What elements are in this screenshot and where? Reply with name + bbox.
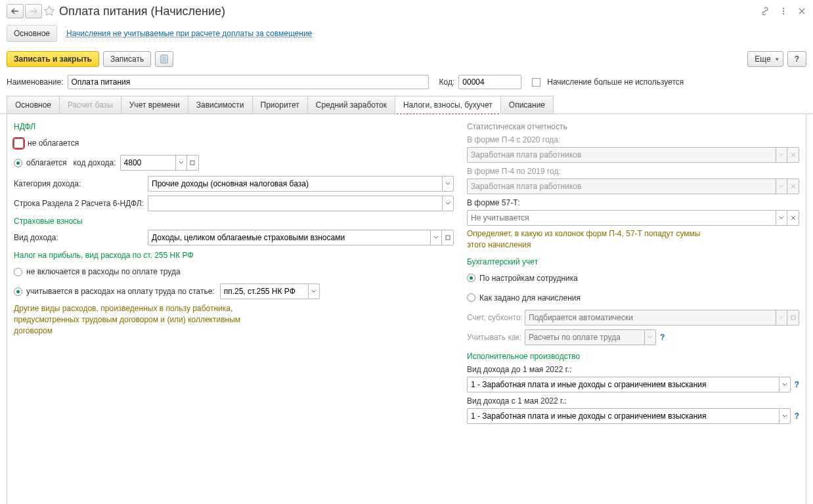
not-used-label: Начисление больше не используется [547,77,684,87]
more-vertical-icon[interactable] [779,7,788,16]
income-before-dropdown[interactable] [779,377,791,392]
p4-2020-clear [787,147,799,163]
nav-link-accruals[interactable]: Начисления не учитываемые при расчете до… [66,29,312,38]
not-used-checkbox[interactable] [532,78,540,87]
income-after-input[interactable] [467,408,779,424]
tabs: Основное Расчет базы Учет времени Зависи… [0,96,813,114]
close-icon[interactable] [797,7,806,16]
insurance-section-title: Страховые взносы [14,217,454,226]
included-label: учитывается в расходах на оплату труда п… [26,287,215,296]
expand-icon [791,315,796,320]
nav-back-button[interactable] [7,4,24,18]
chevron-down-icon [779,153,784,157]
ndfl-not-taxed-radio[interactable] [14,138,24,148]
chevron-down-icon [779,184,784,188]
chevron-down-icon [782,414,787,418]
not-included-label: не включается в расходы по оплате труда [26,267,181,276]
article-input[interactable] [220,284,308,299]
income-category-label: Категория дохода: [14,179,148,188]
included-radio[interactable] [14,287,22,296]
favorite-star-icon[interactable] [43,5,55,17]
income-category-input[interactable] [148,176,442,192]
chevron-down-icon [648,335,653,339]
nav-forward-button[interactable] [25,4,42,18]
help-button[interactable]: ? [787,51,806,67]
income-after-label: Вид дохода с 1 мая 2022 г.: [467,396,799,406]
right-column: Статистическая отчетность В форме П-4 с … [467,122,799,496]
t57-input[interactable] [467,210,776,226]
expand-icon [190,160,195,165]
income-code-input[interactable] [120,155,175,171]
chevron-down-icon [779,216,784,220]
income-after-help[interactable]: ? [795,411,799,421]
svg-point-2 [783,13,784,14]
income-code-open[interactable] [187,155,199,171]
income-after-dropdown[interactable] [779,408,791,424]
ndfl-taxed-radio[interactable] [14,159,22,167]
stat-note: Определяет, в какую из колонок форм П-4,… [467,228,703,251]
tab-desc[interactable]: Описание [500,96,554,114]
treat-as-help[interactable]: ? [660,333,665,342]
tab-main[interactable]: Основное [7,96,60,114]
income-type-dropdown[interactable] [430,230,442,245]
report-button[interactable] [155,51,173,67]
chevron-down-icon [445,182,450,186]
tab-avg[interactable]: Средний заработок [307,96,395,114]
account-input [525,310,776,326]
income-before-input[interactable] [467,377,779,392]
save-button[interactable]: Записать [103,51,151,67]
nav-link-main[interactable]: Основное [7,25,57,42]
tab-taxes[interactable]: Налоги, взносы, бухучет [395,96,501,114]
tab-base[interactable]: Расчет базы [59,96,121,114]
income-category-dropdown[interactable] [442,176,454,192]
tab-deps[interactable]: Зависимости [188,96,253,114]
article-dropdown[interactable] [308,284,320,299]
svg-rect-8 [446,236,450,240]
link-icon[interactable] [760,7,770,16]
chevron-down-icon [779,316,784,320]
account-dropdown [776,310,787,326]
more-button[interactable]: Еще [747,51,783,67]
ndfl-not-taxed-label: не облагается [28,138,79,148]
chevron-down-icon [445,201,450,205]
not-included-radio[interactable] [14,268,22,276]
page-title: Оплата питания (Начисление) [59,5,225,18]
income-type-input[interactable] [148,230,430,245]
code-input[interactable] [458,75,521,89]
income-type-label: Вид дохода: [14,233,148,242]
p4-2020-label: В форме П-4 с 2020 года: [467,135,799,144]
tab-priority[interactable]: Приоритет [252,96,308,114]
p4-2019-label: В форме П-4 по 2019 год: [467,167,799,176]
income-code-label: код дохода: [74,158,116,167]
t57-dropdown[interactable] [776,210,787,226]
p4-2019-dropdown [776,178,787,194]
chevron-down-icon [433,236,439,240]
clear-icon [791,215,796,220]
t57-clear[interactable] [787,210,799,226]
income-before-help[interactable]: ? [795,380,799,389]
by-accrual-label: Как задано для начисления [479,293,581,303]
save-and-close-button[interactable]: Записать и закрыть [7,51,99,67]
income-before-label: Вид дохода до 1 мая 2022 г.: [467,365,799,374]
chevron-down-icon [311,289,317,293]
svg-point-1 [783,10,784,12]
by-employee-radio[interactable] [467,274,475,282]
p4-2020-dropdown [776,147,787,163]
arrow-left-icon [11,8,19,14]
accounting-section-title: Бухгалтерский учет [467,257,799,266]
income-type-open[interactable] [442,230,454,245]
profit-tax-note: Другие виды расходов, произведенных в по… [14,303,263,336]
header-bar: Оплата питания (Начисление) [0,0,813,22]
income-code-dropdown[interactable] [175,155,187,171]
treat-as-dropdown [644,329,656,345]
tab-time[interactable]: Учет времени [121,96,188,114]
t57-label: В форме 57-Т: [467,198,799,207]
chevron-down-icon [179,161,184,165]
row6-input[interactable] [148,196,442,211]
name-input[interactable] [68,75,429,89]
row6-dropdown[interactable] [442,196,454,211]
by-accrual-radio[interactable] [467,293,475,302]
clear-icon [791,152,796,158]
left-column: НДФЛ не облагается облагается код дохода… [14,122,467,496]
p4-2019-clear [787,178,799,194]
